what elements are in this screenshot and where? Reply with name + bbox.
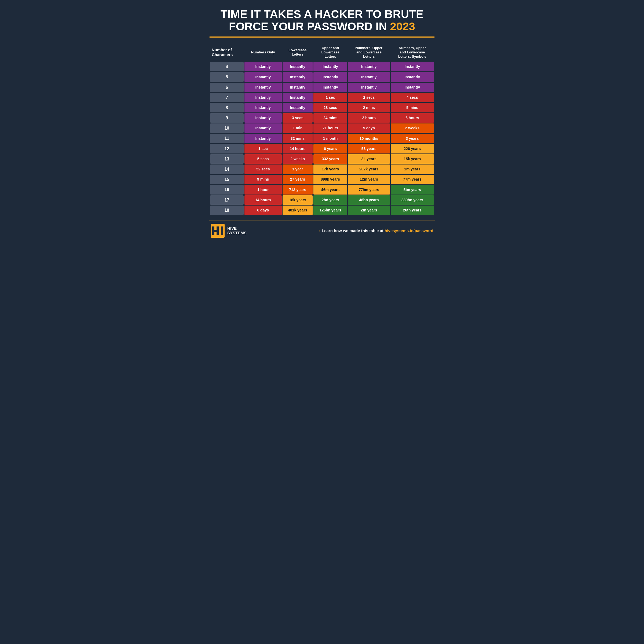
data-cell: 779m years [348, 185, 390, 194]
title-line2: FORCE YOUR PASSWORD IN 2023 [209, 20, 435, 33]
data-cell: 32 mins [283, 134, 313, 143]
data-cell: 380bn years [391, 195, 434, 205]
data-cell: 2 secs [348, 93, 390, 102]
data-cell: Instantly [348, 62, 390, 71]
char-count-cell: 12 [210, 144, 244, 153]
data-cell: 1 min [283, 123, 313, 133]
data-cell: Instantly [391, 83, 434, 92]
data-cell: 2bn years [313, 195, 347, 205]
data-cell: 713 years [283, 185, 313, 194]
data-cell: Instantly [283, 62, 313, 71]
col-header-3: Upper andLowercaseLetters [313, 43, 347, 61]
char-count-cell: 10 [210, 123, 244, 133]
char-count-cell: 18 [210, 206, 244, 215]
data-cell: 2tn years [348, 206, 390, 215]
data-cell: Instantly [313, 83, 347, 92]
data-cell: 28 secs [313, 103, 347, 112]
char-count-cell: 11 [210, 134, 244, 143]
data-cell: Instantly [391, 62, 434, 71]
data-cell: 6 hours [391, 113, 434, 123]
table-row: 8InstantlyInstantly28 secs2 mins5 mins [210, 103, 434, 112]
data-cell: 6 years [313, 144, 347, 153]
char-count-cell: 17 [210, 195, 244, 205]
hive-logo-icon [211, 224, 225, 238]
logo-area: HIVE SYSTEMS [211, 224, 247, 238]
main-container: TIME IT TAKES A HACKER TO BRUTE FORCE YO… [201, 0, 443, 244]
table-row: 4InstantlyInstantlyInstantlyInstantlyIns… [210, 62, 434, 71]
char-count-cell: 9 [210, 113, 244, 123]
footer-link: › Learn how we made this table at hivesy… [319, 228, 433, 233]
col-header-1: Numbers Only [244, 43, 282, 61]
data-cell: 2 mins [348, 103, 390, 112]
data-cell: Instantly [348, 72, 390, 82]
data-cell: 1 month [313, 134, 347, 143]
data-cell: 1 sec [244, 144, 282, 153]
data-cell: 1 sec [313, 93, 347, 102]
data-cell: 2 weeks [283, 154, 313, 164]
data-cell: 3 years [391, 134, 434, 143]
data-cell: Instantly [348, 83, 390, 92]
data-cell: 5 mins [391, 103, 434, 112]
data-cell: 3 secs [283, 113, 313, 123]
table-row: 11Instantly32 mins1 month10 months3 year… [210, 134, 434, 143]
data-cell: 46m years [313, 185, 347, 194]
col-header-4: Numbers, Upperand LowercaseLetters [348, 43, 390, 61]
data-cell: 6 days [244, 206, 282, 215]
table-row: 161 hour713 years46m years779m years5bn … [210, 185, 434, 194]
footer: HIVE SYSTEMS › Learn how we made this ta… [209, 221, 435, 239]
table-row: 9Instantly3 secs24 mins2 hours6 hours [210, 113, 434, 123]
char-count-cell: 5 [210, 72, 244, 82]
char-count-cell: 6 [210, 83, 244, 92]
data-cell: Instantly [244, 93, 282, 102]
data-cell: 2 weeks [391, 123, 434, 133]
table-row: 5InstantlyInstantlyInstantlyInstantlyIns… [210, 72, 434, 82]
data-cell: 17k years [313, 164, 347, 174]
data-cell: 52 secs [244, 164, 282, 174]
page-title: TIME IT TAKES A HACKER TO BRUTE FORCE YO… [209, 8, 435, 33]
table-row: 159 mins27 years898k years12m years77m y… [210, 175, 434, 184]
char-count-cell: 4 [210, 62, 244, 71]
col-header-5: Numbers, Upperand LowercaseLetters, Symb… [391, 43, 434, 61]
data-cell: Instantly [283, 103, 313, 112]
data-cell: Instantly [283, 72, 313, 82]
data-cell: 15k years [391, 154, 434, 164]
data-cell: Instantly [313, 62, 347, 71]
char-count-cell: 14 [210, 164, 244, 174]
char-count-cell: 16 [210, 185, 244, 194]
data-cell: Instantly [283, 83, 313, 92]
data-cell: Instantly [244, 72, 282, 82]
table-row: 135 secs2 weeks332 years3k years15k year… [210, 154, 434, 164]
data-cell: Instantly [244, 134, 282, 143]
table-row: 1714 hours18k years2bn years48bn years38… [210, 195, 434, 205]
data-cell: 10 months [348, 134, 390, 143]
col-header-0: Number ofCharacters [210, 43, 244, 61]
data-cell: Instantly [244, 83, 282, 92]
svg-rect-3 [212, 230, 219, 232]
data-cell: 48bn years [348, 195, 390, 205]
data-cell: 226 years [391, 144, 434, 153]
password-table: Number ofCharacters Numbers Only Lowerca… [209, 42, 435, 216]
data-cell: 1 year [283, 164, 313, 174]
data-cell: 24 mins [313, 113, 347, 123]
data-cell: 2 hours [348, 113, 390, 123]
data-cell: 77m years [391, 175, 434, 184]
table-row: 1452 secs1 year17k years202k years1m yea… [210, 164, 434, 174]
data-cell: Instantly [244, 123, 282, 133]
logo-text: HIVE SYSTEMS [227, 226, 247, 235]
data-cell: 14 hours [244, 195, 282, 205]
data-cell: 26tn years [391, 206, 434, 215]
table-row: 121 sec14 hours6 years53 years226 years [210, 144, 434, 153]
data-cell: 5 days [348, 123, 390, 133]
data-cell: 898k years [313, 175, 347, 184]
table-row: 10Instantly1 min21 hours5 days2 weeks [210, 123, 434, 133]
data-cell: 18k years [283, 195, 313, 205]
char-count-cell: 7 [210, 93, 244, 102]
data-cell: 27 years [283, 175, 313, 184]
table-row: 186 days481k years126bn years2tn years26… [210, 206, 434, 215]
data-cell: Instantly [283, 93, 313, 102]
col-header-2: LowercaseLetters [283, 43, 313, 61]
data-cell: Instantly [313, 72, 347, 82]
char-count-cell: 13 [210, 154, 244, 164]
data-cell: Instantly [244, 113, 282, 123]
data-cell: 481k years [283, 206, 313, 215]
